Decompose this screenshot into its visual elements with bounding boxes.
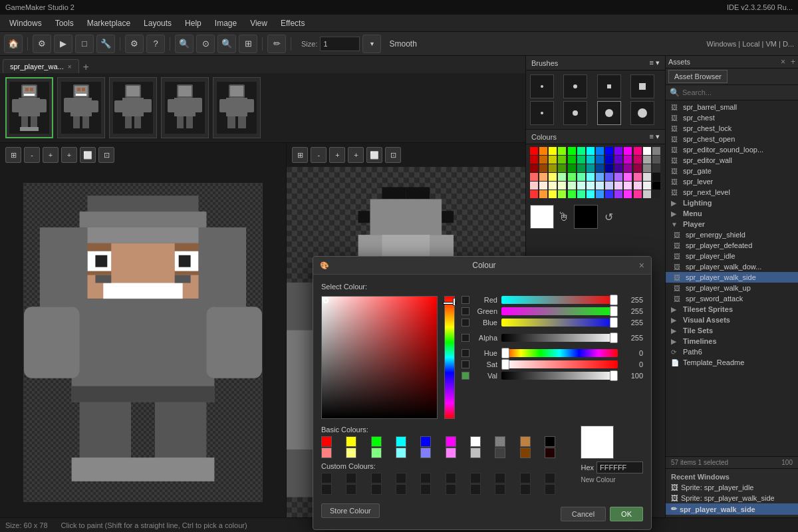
custom-colour[interactable] bbox=[321, 484, 332, 495]
colour-cell[interactable] bbox=[652, 173, 660, 181]
grid-button[interactable]: ⊞ bbox=[239, 35, 257, 53]
custom-colour[interactable] bbox=[446, 473, 456, 483]
colour-cell[interactable] bbox=[643, 173, 651, 181]
asset-spr-player-walk-down[interactable]: 🖼 spr_player_walk_dow... bbox=[666, 261, 798, 272]
custom-colour[interactable] bbox=[495, 484, 505, 495]
menu-layouts[interactable]: Layouts bbox=[137, 17, 178, 30]
colour-cell[interactable] bbox=[558, 156, 566, 164]
frame-2[interactable] bbox=[57, 77, 105, 138]
fit-window-btn-l[interactable]: ⬜ bbox=[80, 147, 96, 163]
colour-cell[interactable] bbox=[634, 190, 642, 198]
red-slider[interactable] bbox=[501, 296, 618, 304]
custom-colour[interactable] bbox=[520, 484, 531, 495]
colour-cell[interactable] bbox=[624, 182, 632, 190]
brush-7[interactable] bbox=[597, 101, 621, 125]
colour-cell[interactable] bbox=[568, 156, 576, 164]
colour-cell[interactable] bbox=[587, 173, 595, 181]
tab-close-icon[interactable]: × bbox=[68, 63, 72, 70]
brush-2[interactable] bbox=[563, 74, 587, 98]
green-checkbox[interactable] bbox=[462, 307, 469, 315]
colour-cell[interactable] bbox=[587, 164, 595, 172]
custom-colour[interactable] bbox=[346, 484, 356, 495]
asset-template-readme[interactable]: 📄 Template_Readme bbox=[666, 357, 798, 368]
frame-5[interactable] bbox=[213, 77, 261, 138]
colour-cell[interactable] bbox=[568, 164, 576, 172]
asset-spr-player-idle[interactable]: 🖼 spr_player_idle bbox=[666, 251, 798, 261]
colour-cell[interactable] bbox=[624, 164, 632, 172]
tool1-button[interactable]: ⚙ bbox=[125, 35, 144, 53]
asset-spr-chest[interactable]: 🖼 spr_chest bbox=[666, 112, 798, 123]
assets-add-btn[interactable]: + bbox=[791, 57, 795, 66]
colour-cell[interactable] bbox=[596, 164, 604, 172]
colour-dialog[interactable]: 🎨 Colour × Select Colour: bbox=[313, 256, 652, 530]
colour-cell[interactable] bbox=[614, 147, 622, 155]
custom-colour[interactable] bbox=[346, 473, 356, 483]
custom-colour[interactable] bbox=[371, 473, 382, 483]
swap-colours-icon[interactable]: ↺ bbox=[604, 211, 613, 223]
colour-cell[interactable] bbox=[530, 156, 538, 164]
colour-cell[interactable] bbox=[539, 182, 547, 190]
split-view-btn-l[interactable]: ⊡ bbox=[98, 147, 114, 163]
colour-cell[interactable] bbox=[596, 156, 604, 164]
asset-spr-gate[interactable]: 🖼 spr_gate bbox=[666, 166, 798, 176]
zoom-out-btn-l[interactable]: - bbox=[24, 147, 40, 163]
colour-cell[interactable] bbox=[577, 147, 585, 155]
asset-spr-player-walk-side[interactable]: 🖼 spr_player_walk_side bbox=[666, 272, 798, 283]
colour-cell[interactable] bbox=[539, 164, 547, 172]
asset-search-input[interactable] bbox=[682, 88, 794, 96]
colour-cell[interactable] bbox=[596, 182, 604, 190]
custom-colour[interactable] bbox=[545, 473, 555, 483]
blue-checkbox[interactable] bbox=[462, 319, 469, 327]
brush-4[interactable] bbox=[630, 74, 654, 98]
colour-cell[interactable] bbox=[624, 190, 632, 198]
colour-cell[interactable] bbox=[549, 173, 557, 181]
colour-cell[interactable] bbox=[539, 156, 547, 164]
colour-cell[interactable] bbox=[652, 164, 660, 172]
zoom-in-btn-r[interactable]: + bbox=[329, 147, 345, 163]
colour-cell[interactable] bbox=[558, 147, 566, 155]
basic-colour[interactable] bbox=[470, 436, 481, 447]
red-checkbox[interactable] bbox=[462, 296, 469, 304]
colour-cell[interactable] bbox=[652, 156, 660, 164]
menu-help[interactable]: Help bbox=[178, 17, 208, 30]
colour-cell[interactable] bbox=[587, 190, 595, 198]
basic-colour[interactable] bbox=[446, 448, 456, 458]
zoom-in-button[interactable]: 🔍 bbox=[217, 35, 236, 53]
colour-cell[interactable] bbox=[605, 173, 613, 181]
colour-cell[interactable] bbox=[643, 164, 651, 172]
menu-effects[interactable]: Effects bbox=[274, 17, 311, 30]
asset-spr-barrel-small[interactable]: 🖼 spr_barrel_small bbox=[666, 102, 798, 112]
colour-cell[interactable] bbox=[634, 182, 642, 190]
custom-colour[interactable] bbox=[470, 473, 481, 483]
colour-cell[interactable] bbox=[605, 164, 613, 172]
asset-folder-lighting[interactable]: ▶ Lighting bbox=[666, 198, 798, 208]
colour-cell[interactable] bbox=[558, 164, 566, 172]
custom-colour[interactable] bbox=[495, 473, 505, 483]
basic-colour[interactable] bbox=[371, 448, 382, 458]
asset-spr-player-walk-up[interactable]: 🖼 spr_player_walk_up bbox=[666, 283, 798, 293]
basic-colour[interactable] bbox=[545, 436, 555, 447]
colour-cell[interactable] bbox=[596, 173, 604, 181]
hue-checkbox[interactable] bbox=[462, 349, 469, 357]
frame-1[interactable] bbox=[5, 77, 53, 138]
colour-cell[interactable] bbox=[568, 147, 576, 155]
colour-cell[interactable] bbox=[558, 190, 566, 198]
stop-button[interactable]: □ bbox=[75, 35, 94, 53]
custom-colour[interactable] bbox=[446, 484, 456, 495]
colour-cell[interactable] bbox=[605, 147, 613, 155]
basic-colour[interactable] bbox=[396, 448, 406, 458]
colour-cell[interactable] bbox=[577, 173, 585, 181]
basic-colour[interactable] bbox=[545, 448, 555, 458]
left-canvas-content[interactable] bbox=[0, 167, 286, 517]
colour-cell[interactable] bbox=[643, 156, 651, 164]
colour-cell[interactable] bbox=[624, 173, 632, 181]
basic-colour[interactable] bbox=[495, 436, 505, 447]
asset-spr-chest-open[interactable]: 🖼 spr_chest_open bbox=[666, 134, 798, 144]
fit-window-btn-r[interactable]: ⬜ bbox=[366, 147, 382, 163]
grid-toggle-btn[interactable]: ⊞ bbox=[5, 147, 21, 163]
menu-windows[interactable]: Windows bbox=[3, 17, 49, 30]
recent-spr-player-walk-side-sprite[interactable]: 🖼 Sprite: spr_player_walk_side bbox=[666, 493, 798, 503]
zoom-out-button[interactable]: 🔍 bbox=[175, 35, 194, 53]
colour-cell[interactable] bbox=[568, 173, 576, 181]
colour-cell[interactable] bbox=[634, 173, 642, 181]
